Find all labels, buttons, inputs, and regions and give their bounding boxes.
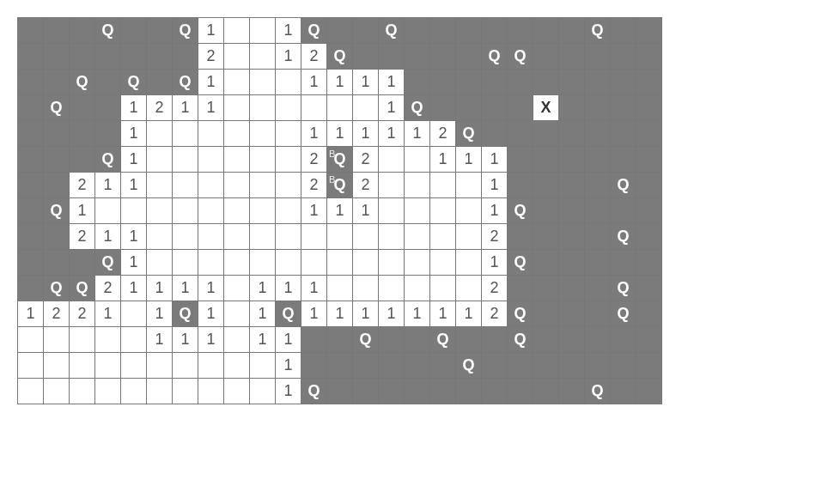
cell-r13-c19[interactable] [508, 353, 533, 379]
cell-r14-c20[interactable] [533, 379, 559, 404]
cell-r8-c22[interactable] [585, 224, 611, 250]
cell-stacked-r5-c12[interactable]: BQ [327, 147, 353, 173]
cell-r5-c23[interactable] [611, 147, 636, 173]
cell-r4-c2[interactable] [70, 121, 95, 147]
cell-question-r0-c11[interactable]: Q [301, 18, 327, 44]
cell-r13-c14[interactable] [379, 353, 405, 379]
cell-r14-c14[interactable] [379, 379, 405, 404]
cell-r6-c24[interactable] [636, 173, 662, 198]
cell-r7-c0[interactable] [18, 198, 44, 224]
cell-r1-c20[interactable] [533, 44, 559, 70]
cell-r12-c23[interactable] [611, 327, 636, 353]
cell-r14-c15[interactable] [405, 379, 430, 404]
cell-r13-c18[interactable] [482, 353, 508, 379]
cell-question-r12-c16[interactable]: Q [430, 327, 456, 353]
cell-r14-c13[interactable] [353, 379, 379, 404]
cell-r7-c20[interactable] [533, 198, 559, 224]
cell-r1-c22[interactable] [585, 44, 611, 70]
cell-r3-c19[interactable] [508, 95, 533, 121]
cell-r7-c24[interactable] [636, 198, 662, 224]
cell-r2-c20[interactable] [533, 70, 559, 95]
cell-r1-c14[interactable] [379, 44, 405, 70]
cell-r1-c1[interactable] [44, 44, 70, 70]
cell-r0-c0[interactable] [18, 18, 44, 44]
cell-r13-c11[interactable] [301, 353, 327, 379]
cell-r12-c14[interactable] [379, 327, 405, 353]
cell-r10-c24[interactable] [636, 276, 662, 301]
cell-r0-c20[interactable] [533, 18, 559, 44]
cell-question-r6-c23[interactable]: Q [611, 173, 636, 198]
cell-question-r10-c23[interactable]: Q [611, 276, 636, 301]
cell-r8-c19[interactable] [508, 224, 533, 250]
cell-r3-c22[interactable] [585, 95, 611, 121]
cell-r0-c17[interactable] [456, 18, 482, 44]
cell-r1-c16[interactable] [430, 44, 456, 70]
cell-r2-c1[interactable] [44, 70, 70, 95]
cell-r4-c3[interactable] [95, 121, 121, 147]
cell-r11-c20[interactable] [533, 301, 559, 327]
cell-r2-c0[interactable] [18, 70, 44, 95]
cell-question-r12-c13[interactable]: Q [353, 327, 379, 353]
cell-r4-c19[interactable] [508, 121, 533, 147]
cell-question-r3-c15[interactable]: Q [405, 95, 430, 121]
cell-question-r1-c19[interactable]: Q [508, 44, 533, 70]
cell-r2-c16[interactable] [430, 70, 456, 95]
cell-r3-c3[interactable] [95, 95, 121, 121]
cell-r4-c1[interactable] [44, 121, 70, 147]
cell-r2-c15[interactable] [405, 70, 430, 95]
cell-question-r12-c19[interactable]: Q [508, 327, 533, 353]
cell-question-r9-c3[interactable]: Q [95, 250, 121, 276]
cell-r9-c24[interactable] [636, 250, 662, 276]
cell-r2-c18[interactable] [482, 70, 508, 95]
cell-r11-c21[interactable] [559, 301, 585, 327]
cell-r2-c19[interactable] [508, 70, 533, 95]
cell-r3-c2[interactable] [70, 95, 95, 121]
cell-question-r3-c1[interactable]: Q [44, 95, 70, 121]
cell-r8-c24[interactable] [636, 224, 662, 250]
cell-r13-c23[interactable] [611, 353, 636, 379]
cell-r2-c5[interactable] [147, 70, 173, 95]
cell-r0-c23[interactable] [611, 18, 636, 44]
cell-question-r1-c12[interactable]: Q [327, 44, 353, 70]
cell-question-r2-c2[interactable]: Q [70, 70, 95, 95]
cell-r10-c0[interactable] [18, 276, 44, 301]
cell-r5-c1[interactable] [44, 147, 70, 173]
cell-question-r2-c6[interactable]: Q [173, 70, 198, 95]
cell-r10-c20[interactable] [533, 276, 559, 301]
cell-r6-c21[interactable] [559, 173, 585, 198]
cell-question-r8-c23[interactable]: Q [611, 224, 636, 250]
cell-r7-c23[interactable] [611, 198, 636, 224]
cell-r8-c20[interactable] [533, 224, 559, 250]
cell-question-r11-c19[interactable]: Q [508, 301, 533, 327]
cell-r5-c2[interactable] [70, 147, 95, 173]
cell-r0-c18[interactable] [482, 18, 508, 44]
cell-r6-c19[interactable] [508, 173, 533, 198]
cell-x-mark[interactable]: X [533, 95, 559, 121]
cell-r3-c18[interactable] [482, 95, 508, 121]
cell-r13-c20[interactable] [533, 353, 559, 379]
cell-r8-c0[interactable] [18, 224, 44, 250]
cell-r3-c16[interactable] [430, 95, 456, 121]
cell-r6-c20[interactable] [533, 173, 559, 198]
cell-r13-c24[interactable] [636, 353, 662, 379]
cell-r13-c22[interactable] [585, 353, 611, 379]
cell-r0-c16[interactable] [430, 18, 456, 44]
cell-r4-c22[interactable] [585, 121, 611, 147]
cell-r13-c16[interactable] [430, 353, 456, 379]
cell-r2-c21[interactable] [559, 70, 585, 95]
cell-r3-c17[interactable] [456, 95, 482, 121]
cell-question-r14-c22[interactable]: Q [585, 379, 611, 404]
cell-r5-c0[interactable] [18, 147, 44, 173]
cell-r0-c1[interactable] [44, 18, 70, 44]
cell-r13-c21[interactable] [559, 353, 585, 379]
cell-r3-c24[interactable] [636, 95, 662, 121]
cell-r9-c23[interactable] [611, 250, 636, 276]
cell-r12-c11[interactable] [301, 327, 327, 353]
cell-r9-c2[interactable] [70, 250, 95, 276]
cell-r12-c21[interactable] [559, 327, 585, 353]
cell-r1-c23[interactable] [611, 44, 636, 70]
cell-r9-c22[interactable] [585, 250, 611, 276]
cell-r4-c0[interactable] [18, 121, 44, 147]
cell-r1-c5[interactable] [147, 44, 173, 70]
cell-r0-c24[interactable] [636, 18, 662, 44]
